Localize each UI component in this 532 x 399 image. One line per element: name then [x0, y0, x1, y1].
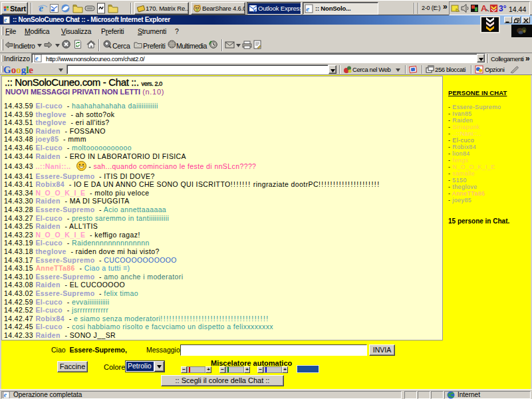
svg-text:e: e: [4, 17, 7, 23]
svg-text:e: e: [35, 55, 39, 62]
svg-text:A: A: [481, 3, 487, 13]
svg-text:e: e: [306, 5, 309, 13]
svg-text:e: e: [39, 3, 44, 13]
